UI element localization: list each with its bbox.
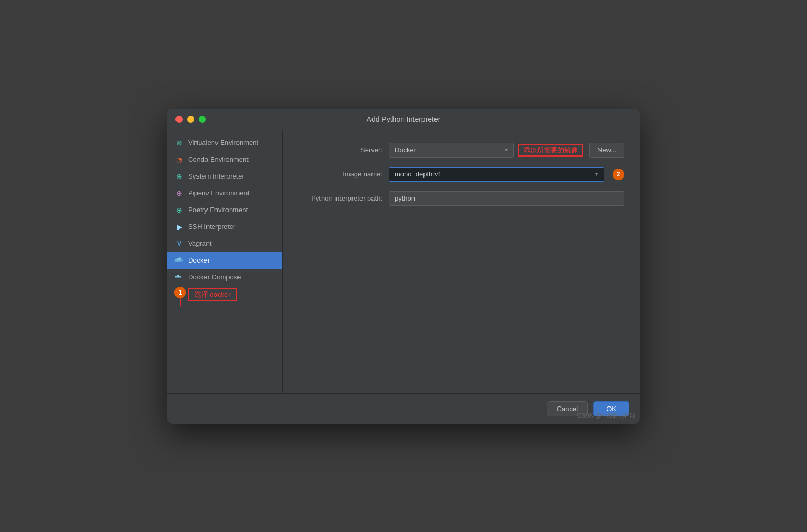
- sidebar-item-system[interactable]: ⊕ System Interpreter: [167, 168, 282, 185]
- sidebar-item-label-conda: Conda Environment: [188, 155, 249, 163]
- sidebar-item-poetry[interactable]: ⊕ Poetry Environment: [167, 202, 282, 218]
- callout-1-connector: 1: [174, 287, 186, 306]
- svg-rect-5: [179, 257, 181, 258]
- title-bar: Add Python Interpreter: [167, 109, 640, 130]
- sidebar-item-label-poetry: Poetry Environment: [188, 206, 248, 214]
- image-name-row: Image name: mono_depth:v1 ▾ 2: [298, 167, 624, 182]
- poetry-icon: ⊕: [174, 205, 184, 215]
- new-button[interactable]: New...: [589, 143, 624, 158]
- virtualenv-icon: ⊛: [174, 138, 184, 148]
- sidebar-item-ssh[interactable]: ▶ SSH Interpreter: [167, 218, 282, 235]
- svg-rect-7: [177, 276, 179, 278]
- vagrant-icon: V: [174, 239, 184, 248]
- ssh-icon: ▶: [174, 222, 184, 232]
- sidebar-item-label-system: System Interpreter: [188, 172, 244, 180]
- sidebar-item-docker-compose[interactable]: Docker Compose: [167, 269, 282, 286]
- window-controls: [175, 116, 206, 123]
- docker-compose-icon: [174, 273, 184, 282]
- sidebar-item-label-ssh: SSH Interpreter: [188, 223, 235, 231]
- docker-icon: [174, 256, 184, 265]
- dialog-footer: Cancel OK: [167, 393, 640, 424]
- server-select-value: Docker: [389, 146, 499, 154]
- image-name-label: Image name:: [298, 170, 382, 178]
- sidebar-item-virtualenv[interactable]: ⊛ Virtualenv Environment: [167, 134, 282, 151]
- badge-2: 2: [613, 169, 624, 180]
- image-name-arrow[interactable]: ▾: [589, 168, 604, 181]
- python-path-input[interactable]: python: [389, 191, 624, 206]
- server-control-group: Docker ▾ 添加所需要的镜像: [389, 143, 583, 158]
- badge-1: 1: [174, 287, 186, 298]
- svg-rect-8: [179, 276, 181, 278]
- sidebar-item-label-docker-compose: Docker Compose: [188, 273, 241, 281]
- conda-icon: ◔: [174, 155, 184, 164]
- sidebar-item-label-vagrant: Vagrant: [188, 239, 212, 247]
- minimize-button[interactable]: [187, 116, 194, 123]
- sidebar-docker-compose-area: Docker Compose 1 选择 docker: [167, 269, 282, 306]
- server-label: Server:: [298, 146, 382, 154]
- server-row: Server: Docker ▾ 添加所需要的镜像 New...: [298, 143, 624, 158]
- main-content: Server: Docker ▾ 添加所需要的镜像 New... Image n…: [283, 130, 640, 393]
- sidebar-item-docker[interactable]: Docker: [167, 252, 282, 269]
- sidebar-item-pipenv[interactable]: ⊕ Pipenv Environment: [167, 185, 282, 202]
- dialog-title: Add Python Interpreter: [367, 115, 441, 123]
- callout-1-box: 选择 docker: [188, 288, 237, 301]
- svg-rect-0: [175, 259, 177, 261]
- dialog-body: ⊛ Virtualenv Environment ◔ Conda Environ…: [167, 130, 640, 393]
- server-select-arrow[interactable]: ▾: [499, 143, 513, 157]
- close-button[interactable]: [175, 116, 183, 123]
- sidebar-item-label-docker: Docker: [188, 256, 210, 264]
- watermark: CSDN @生命吹起轻叹: [577, 412, 636, 420]
- python-path-label: Python interpreter path:: [298, 194, 382, 202]
- sidebar: ⊛ Virtualenv Environment ◔ Conda Environ…: [167, 130, 283, 393]
- sidebar-item-vagrant[interactable]: V Vagrant: [167, 235, 282, 252]
- sidebar-item-conda[interactable]: ◔ Conda Environment: [167, 151, 282, 168]
- system-icon: ⊕: [174, 172, 184, 181]
- image-name-value: mono_depth:v1: [389, 170, 589, 178]
- image-name-input[interactable]: mono_depth:v1 ▾: [389, 167, 604, 182]
- callout-1-area: 1 选择 docker: [174, 287, 282, 306]
- python-path-row: Python interpreter path: python: [298, 191, 624, 206]
- svg-rect-9: [177, 275, 179, 276]
- svg-rect-3: [177, 258, 179, 259]
- maximize-button[interactable]: [199, 116, 206, 123]
- svg-rect-6: [175, 276, 177, 278]
- dialog: Add Python Interpreter ⊛ Virtualenv Envi…: [167, 109, 640, 424]
- callout-line-1: [180, 298, 181, 306]
- server-annotation-box: 添加所需要的镜像: [518, 144, 583, 157]
- python-path-value: python: [395, 194, 415, 202]
- image-name-control-group: mono_depth:v1 ▾ 2: [389, 167, 624, 182]
- sidebar-item-label-pipenv: Pipenv Environment: [188, 189, 249, 197]
- sidebar-item-label-virtualenv: Virtualenv Environment: [188, 139, 258, 147]
- svg-rect-1: [177, 259, 179, 261]
- pipenv-icon: ⊕: [174, 189, 184, 198]
- server-select[interactable]: Docker ▾: [389, 143, 514, 158]
- python-path-control-group: python: [389, 191, 624, 206]
